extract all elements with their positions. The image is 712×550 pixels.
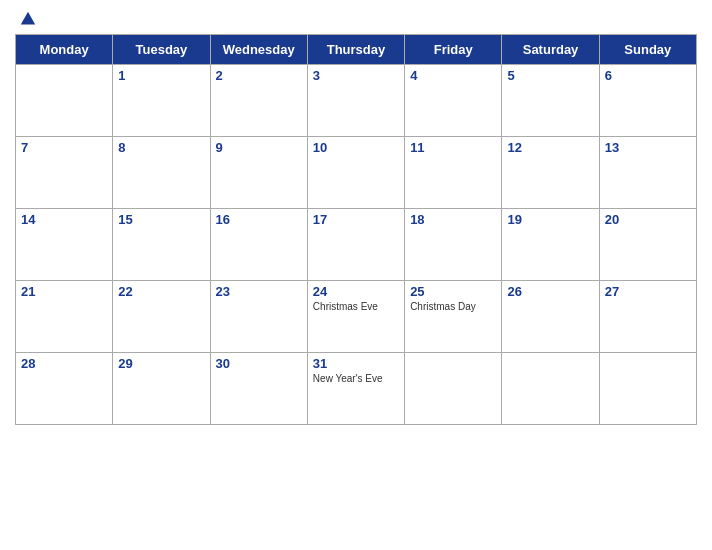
calendar-cell: 13 xyxy=(599,137,696,209)
day-number: 15 xyxy=(118,212,204,227)
logo xyxy=(15,10,37,28)
day-number: 29 xyxy=(118,356,204,371)
calendar-header xyxy=(15,10,697,28)
weekday-header-row: MondayTuesdayWednesdayThursdayFridaySatu… xyxy=(16,35,697,65)
holiday-label: Christmas Eve xyxy=(313,301,399,312)
day-number: 17 xyxy=(313,212,399,227)
weekday-header-sunday: Sunday xyxy=(599,35,696,65)
calendar-cell xyxy=(16,65,113,137)
day-number: 7 xyxy=(21,140,107,155)
day-number: 1 xyxy=(118,68,204,83)
week-row-2: 78910111213 xyxy=(16,137,697,209)
day-number: 20 xyxy=(605,212,691,227)
calendar-cell: 12 xyxy=(502,137,599,209)
calendar-cell: 30 xyxy=(210,353,307,425)
holiday-label: New Year's Eve xyxy=(313,373,399,384)
calendar-cell: 18 xyxy=(405,209,502,281)
calendar-body: 123456789101112131415161718192021222324C… xyxy=(16,65,697,425)
logo-icon xyxy=(19,10,37,28)
calendar-cell: 7 xyxy=(16,137,113,209)
day-number: 5 xyxy=(507,68,593,83)
calendar-cell: 2 xyxy=(210,65,307,137)
calendar-cell: 21 xyxy=(16,281,113,353)
calendar-cell xyxy=(405,353,502,425)
calendar-cell: 3 xyxy=(307,65,404,137)
calendar-cell: 10 xyxy=(307,137,404,209)
calendar-cell: 17 xyxy=(307,209,404,281)
calendar-cell: 31New Year's Eve xyxy=(307,353,404,425)
weekday-header-friday: Friday xyxy=(405,35,502,65)
calendar-cell: 4 xyxy=(405,65,502,137)
calendar-cell: 20 xyxy=(599,209,696,281)
week-row-1: 123456 xyxy=(16,65,697,137)
calendar-cell: 19 xyxy=(502,209,599,281)
day-number: 30 xyxy=(216,356,302,371)
calendar-cell: 16 xyxy=(210,209,307,281)
calendar-cell: 5 xyxy=(502,65,599,137)
calendar-cell: 27 xyxy=(599,281,696,353)
day-number: 6 xyxy=(605,68,691,83)
weekday-header-monday: Monday xyxy=(16,35,113,65)
calendar-cell: 29 xyxy=(113,353,210,425)
calendar-cell xyxy=(599,353,696,425)
calendar-cell: 14 xyxy=(16,209,113,281)
day-number: 8 xyxy=(118,140,204,155)
week-row-5: 28293031New Year's Eve xyxy=(16,353,697,425)
day-number: 2 xyxy=(216,68,302,83)
calendar-table: MondayTuesdayWednesdayThursdayFridaySatu… xyxy=(15,34,697,425)
day-number: 18 xyxy=(410,212,496,227)
calendar-cell: 22 xyxy=(113,281,210,353)
day-number: 26 xyxy=(507,284,593,299)
day-number: 4 xyxy=(410,68,496,83)
calendar-cell: 6 xyxy=(599,65,696,137)
weekday-header-saturday: Saturday xyxy=(502,35,599,65)
weekday-header-thursday: Thursday xyxy=(307,35,404,65)
day-number: 10 xyxy=(313,140,399,155)
calendar-cell: 25Christmas Day xyxy=(405,281,502,353)
day-number: 25 xyxy=(410,284,496,299)
calendar-cell: 9 xyxy=(210,137,307,209)
week-row-3: 14151617181920 xyxy=(16,209,697,281)
day-number: 23 xyxy=(216,284,302,299)
day-number: 21 xyxy=(21,284,107,299)
calendar-cell: 15 xyxy=(113,209,210,281)
calendar-cell: 8 xyxy=(113,137,210,209)
svg-marker-0 xyxy=(21,12,35,25)
day-number: 11 xyxy=(410,140,496,155)
day-number: 3 xyxy=(313,68,399,83)
day-number: 9 xyxy=(216,140,302,155)
calendar-cell: 11 xyxy=(405,137,502,209)
day-number: 12 xyxy=(507,140,593,155)
weekday-header-tuesday: Tuesday xyxy=(113,35,210,65)
day-number: 13 xyxy=(605,140,691,155)
week-row-4: 21222324Christmas Eve25Christmas Day2627 xyxy=(16,281,697,353)
day-number: 24 xyxy=(313,284,399,299)
day-number: 19 xyxy=(507,212,593,227)
day-number: 28 xyxy=(21,356,107,371)
calendar-cell xyxy=(502,353,599,425)
day-number: 31 xyxy=(313,356,399,371)
day-number: 14 xyxy=(21,212,107,227)
day-number: 16 xyxy=(216,212,302,227)
day-number: 22 xyxy=(118,284,204,299)
calendar-cell: 24Christmas Eve xyxy=(307,281,404,353)
calendar-cell: 28 xyxy=(16,353,113,425)
calendar-cell: 26 xyxy=(502,281,599,353)
holiday-label: Christmas Day xyxy=(410,301,496,312)
calendar-cell: 1 xyxy=(113,65,210,137)
calendar-cell: 23 xyxy=(210,281,307,353)
weekday-header-wednesday: Wednesday xyxy=(210,35,307,65)
day-number: 27 xyxy=(605,284,691,299)
